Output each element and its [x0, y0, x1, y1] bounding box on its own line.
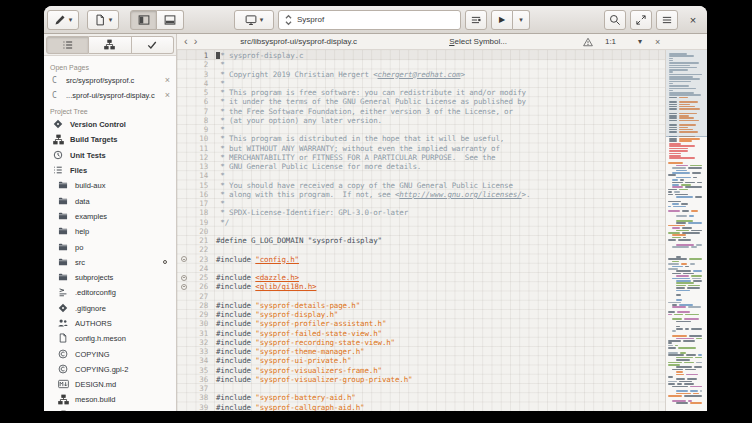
- gutter-diagnostic-cell[interactable]: [177, 264, 190, 273]
- gutter-diagnostic-cell[interactable]: [177, 181, 190, 190]
- gutter-diagnostic-cell[interactable]: [177, 70, 190, 79]
- code-line[interactable]: 13 * GNU General Public License for more…: [177, 162, 665, 171]
- code-line[interactable]: 21#define G_LOG_DOMAIN "sysprof-display": [177, 236, 665, 245]
- code-line[interactable]: 10 * This program is distributed in the …: [177, 134, 665, 143]
- tree-item--editorconfig[interactable]: .editorconfig: [44, 285, 176, 300]
- tree-item-version-control[interactable]: Version Control: [44, 117, 176, 132]
- surface-switcher-button[interactable]: ▾: [47, 10, 79, 30]
- run-options-button[interactable]: ▾: [513, 10, 530, 30]
- code-line[interactable]: 27: [177, 292, 665, 301]
- tab-pages-list[interactable]: [46, 36, 89, 54]
- code-line[interactable]: 38#include "sysprof-battery-aid.h": [177, 393, 665, 402]
- toggle-bottom-panel-button[interactable]: [157, 10, 184, 30]
- code-line[interactable]: 3 * Copyright 2019 Christian Hergert <ch…: [177, 70, 665, 79]
- code-line[interactable]: 11 * but WITHOUT ANY WARRANTY; without e…: [177, 144, 665, 153]
- code-line[interactable]: 24: [177, 264, 665, 273]
- tree-item--gitignore[interactable]: .gitignore: [44, 301, 176, 316]
- code-line[interactable]: 9 *: [177, 125, 665, 134]
- tree-item-po[interactable]: po: [44, 239, 176, 254]
- close-page-icon[interactable]: ×: [163, 76, 172, 85]
- gutter-diagnostic-cell[interactable]: [177, 366, 190, 375]
- code-line[interactable]: 23#include "config.h": [177, 255, 665, 264]
- open-page-row[interactable]: Csrc/sysprof/sysprof.c×: [44, 73, 176, 88]
- select-symbol-button[interactable]: Select Symbol...: [449, 37, 507, 46]
- tree-item-help[interactable]: help: [44, 224, 176, 239]
- build-preferences-button[interactable]: [465, 10, 487, 30]
- menu-button[interactable]: [656, 10, 678, 30]
- gutter-diagnostic-cell[interactable]: [177, 236, 190, 245]
- tree-item-authors[interactable]: AUTHORS: [44, 316, 176, 331]
- gutter-diagnostic-cell[interactable]: [177, 60, 190, 69]
- gutter-diagnostic-cell[interactable]: [177, 375, 190, 384]
- tree-item-copying-gpl-2[interactable]: COPYING.gpl-2: [44, 362, 176, 377]
- code-line[interactable]: 31#include "sysprof-failed-state-view.h": [177, 329, 665, 338]
- toggle-left-panel-button[interactable]: [130, 10, 157, 30]
- tab-build-targets[interactable]: [89, 36, 131, 54]
- tree-item-config-h-meson[interactable]: config.h.meson: [44, 331, 176, 346]
- gutter-diagnostic-cell[interactable]: [177, 208, 190, 217]
- code-line[interactable]: 26#include <glib/gi18n.h>: [177, 282, 665, 291]
- minimap[interactable]: [665, 50, 707, 411]
- close-page-icon[interactable]: ×: [163, 91, 172, 100]
- gutter-diagnostic-cell[interactable]: [177, 255, 190, 264]
- window-close-button[interactable]: ×: [686, 14, 700, 26]
- code-line[interactable]: 30#include "sysprof-profiler-assistant.h…: [177, 319, 665, 328]
- open-page-row[interactable]: C...sprof-ui/sysprof-display.c×: [44, 88, 176, 103]
- gutter-diagnostic-cell[interactable]: [177, 356, 190, 365]
- gutter-diagnostic-cell[interactable]: [177, 134, 190, 143]
- gutter-diagnostic-cell[interactable]: [177, 393, 190, 402]
- code-line[interactable]: 32#include "sysprof-recording-state-view…: [177, 338, 665, 347]
- gutter-diagnostic-cell[interactable]: [177, 338, 190, 347]
- warning-icon[interactable]: [583, 37, 593, 47]
- code-line[interactable]: 29#include "sysprof-display.h": [177, 310, 665, 319]
- back-button[interactable]: ‹: [181, 36, 191, 47]
- tree-item-examples[interactable]: examples: [44, 209, 176, 224]
- tree-item-partial[interactable]: [44, 408, 176, 411]
- code-line[interactable]: 22: [177, 245, 665, 254]
- code-line[interactable]: 35#include "sysprof-visualizers-frame.h": [177, 366, 665, 375]
- code-line[interactable]: 16 * along with this program. If not, se…: [177, 190, 665, 199]
- gutter-diagnostic-cell[interactable]: [177, 125, 190, 134]
- run-button[interactable]: ▶: [491, 10, 513, 30]
- code-line[interactable]: 2 *: [177, 60, 665, 69]
- code-line[interactable]: 37: [177, 384, 665, 393]
- forward-button[interactable]: ›: [191, 36, 201, 47]
- close-page-button[interactable]: ×: [655, 37, 660, 47]
- code-line[interactable]: 15 * You should have received a copy of …: [177, 181, 665, 190]
- include-mark-icon[interactable]: [181, 275, 187, 281]
- gutter-diagnostic-cell[interactable]: [177, 144, 190, 153]
- gutter-diagnostic-cell[interactable]: [177, 282, 190, 291]
- tree-item-meson-build[interactable]: meson.build: [44, 392, 176, 407]
- code-line[interactable]: 28#include "sysprof-details-page.h": [177, 301, 665, 310]
- code-line[interactable]: 39#include "sysprof-callgraph-aid.h": [177, 403, 665, 412]
- code-line[interactable]: 17 *: [177, 199, 665, 208]
- gutter-diagnostic-cell[interactable]: [177, 384, 190, 393]
- sidebar-scroll[interactable]: Open Pages Csrc/sysprof/sysprof.c×C...sp…: [44, 56, 176, 411]
- gutter-diagnostic-cell[interactable]: [177, 116, 190, 125]
- tree-item-unit-tests[interactable]: Unit Tests: [44, 148, 176, 163]
- code-line[interactable]: 12 * MERCHANTABILITY or FITNESS FOR A PA…: [177, 153, 665, 162]
- code-line[interactable]: 8 * (at your option) any later version.: [177, 116, 665, 125]
- gutter-diagnostic-cell[interactable]: [177, 171, 190, 180]
- code-line[interactable]: 20: [177, 227, 665, 236]
- gutter-diagnostic-cell[interactable]: [177, 403, 190, 412]
- gutter-diagnostic-cell[interactable]: [177, 190, 190, 199]
- goto-line-dropdown[interactable]: ▾: [638, 38, 642, 46]
- tree-item-subprojects[interactable]: subprojects: [44, 270, 176, 285]
- gutter-diagnostic-cell[interactable]: [177, 162, 190, 171]
- gutter-diagnostic-cell[interactable]: [177, 319, 190, 328]
- gutter-diagnostic-cell[interactable]: [177, 292, 190, 301]
- gutter-diagnostic-cell[interactable]: [177, 301, 190, 310]
- code-line[interactable]: 36#include "sysprof-visualizer-group-pri…: [177, 375, 665, 384]
- tree-item-src[interactable]: src: [44, 255, 176, 270]
- code-line[interactable]: 14 *: [177, 171, 665, 180]
- code-line[interactable]: 18 * SPDX-License-Identifier: GPL-3.0-or…: [177, 208, 665, 217]
- tree-item-data[interactable]: data: [44, 193, 176, 208]
- fullscreen-button[interactable]: [630, 10, 652, 30]
- omnibar[interactable]: Sysprof: [278, 10, 461, 30]
- gutter-diagnostic-cell[interactable]: [177, 329, 190, 338]
- code-line[interactable]: 7 * the Free Software Foundation, either…: [177, 107, 665, 116]
- search-button[interactable]: [604, 10, 626, 30]
- gutter-diagnostic-cell[interactable]: [177, 51, 190, 60]
- tree-item-design-md[interactable]: DESIGN.md: [44, 377, 176, 392]
